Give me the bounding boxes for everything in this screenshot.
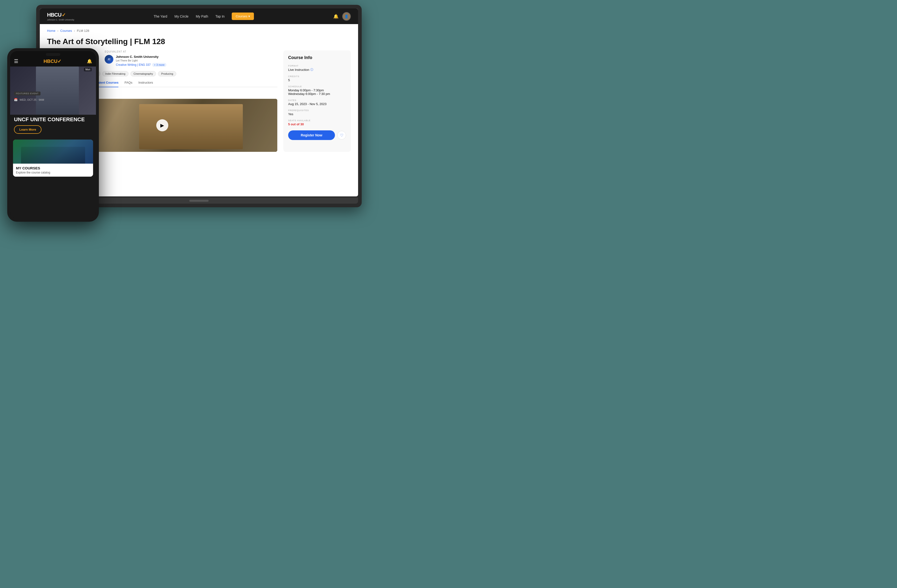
nav-my-path[interactable]: My Path: [196, 14, 208, 18]
breadcrumb-courses[interactable]: Courses: [60, 29, 72, 32]
equiv-university-info: Johnson C. Smith University Let There Be…: [116, 55, 166, 67]
learn-more-button[interactable]: Learn More: [14, 125, 41, 134]
format-row: FORMAT Live Instruction ⓘ: [288, 64, 346, 72]
my-courses-card[interactable]: MY COURSES Explore the course catalog: [13, 139, 93, 177]
phone-logo-check: ✓: [57, 58, 61, 64]
bell-icon[interactable]: 🔔: [333, 14, 338, 19]
my-courses-subtitle: Explore the course catalog: [16, 171, 90, 174]
hero-date: 📅 WED, OCT 25 · 9AM: [14, 98, 44, 101]
phone-notch-area: [10, 51, 96, 58]
equiv-course-link[interactable]: Creative Writing | ENG 337: [116, 63, 150, 67]
phone-frame: ☰ HBCU✓ 🔔 Mort FEATURED EVENT 📅 WED, OCT…: [7, 48, 99, 222]
dates-label: DATES: [288, 99, 346, 101]
nav-right: 🔔 👤: [333, 12, 351, 21]
tag-producing[interactable]: Producing: [158, 71, 176, 76]
phone-content: UNCF UNITE CONFERENCE Learn More MY COUR…: [10, 115, 96, 219]
seats-row: SEATS AVAILABLE 5 out of 30: [288, 119, 346, 126]
hero-image: Mort: [10, 67, 96, 115]
seats-label: SEATS AVAILABLE: [288, 119, 346, 122]
my-courses-title: MY COURSES: [16, 166, 90, 170]
credits-row: CREDITS 5: [288, 75, 346, 82]
user-avatar[interactable]: 👤: [342, 12, 351, 21]
laptop-navbar: HBCU✓ Johnson C. Smith University The Ya…: [40, 8, 358, 24]
breadcrumb-home[interactable]: Home: [47, 29, 55, 32]
featured-badge: FEATURED EVENT: [14, 92, 40, 95]
logo-checkmark: ✓: [62, 12, 66, 18]
nav-links: The Yard My Circle My Path Tap In Course…: [154, 12, 254, 20]
courses-card-image: [13, 139, 93, 163]
equivalent-at-block: EQUIVALENT AT JC Johnson C. Smith Univer…: [105, 50, 166, 67]
schedule-value: Monday 6:00pm - 7:30pm Wednesday 6:00pm …: [288, 89, 346, 96]
format-value: Live Instruction ⓘ: [288, 68, 346, 72]
play-button[interactable]: ▶: [156, 119, 168, 131]
courses-card-body: MY COURSES Explore the course catalog: [13, 163, 93, 177]
breadcrumb-sep-2: ›: [74, 29, 75, 32]
phone-device: ☰ HBCU✓ 🔔 Mort FEATURED EVENT 📅 WED, OCT…: [7, 48, 99, 222]
logo-text: HBCU✓: [47, 12, 66, 18]
credits-label: CREDITS: [288, 75, 346, 78]
nav-the-yard[interactable]: The Yard: [154, 14, 167, 18]
equiv-more-tag[interactable]: + 3 more: [152, 63, 167, 67]
event-title: UNCF UNITE CONFERENCE: [10, 115, 96, 122]
phone-hero: Mort FEATURED EVENT 📅 WED, OCT 25 · 9AM: [10, 67, 96, 115]
seats-value: 5 out of 30: [288, 122, 346, 126]
nav-my-circle[interactable]: My Circle: [175, 14, 188, 18]
course-info-panel: Course Info FORMAT Live Instruction ⓘ CR…: [283, 50, 351, 152]
schedule-row: SCHEDULE Monday 6:00pm - 7:30pm Wednesda…: [288, 85, 346, 96]
logo-subtitle: Johnson C. Smith University: [47, 18, 74, 21]
format-label: FORMAT: [288, 64, 346, 67]
dates-value: Aug 15, 2023 - Nov 5, 2023: [288, 102, 346, 106]
phone-navbar: ☰ HBCU✓ 🔔: [10, 58, 96, 67]
equivalent-at-label: EQUIVALENT AT: [105, 50, 166, 53]
phone-logo: HBCU✓: [44, 58, 62, 64]
laptop-hinge: [189, 200, 208, 202]
breadcrumb-sep-1: ›: [57, 29, 58, 32]
prereq-value: Yes: [288, 112, 346, 116]
tag-cinematography[interactable]: Cinematography: [130, 71, 156, 76]
mort-label: Mort: [84, 68, 92, 71]
register-button[interactable]: Register Now: [288, 130, 335, 140]
course-info-title: Course Info: [288, 55, 346, 60]
equiv-university-desc: Let There Be Light: [116, 59, 166, 62]
chevron-down-icon: ▾: [248, 14, 250, 18]
laptop-logo: HBCU✓ Johnson C. Smith University: [47, 12, 74, 21]
dates-row: DATES Aug 15, 2023 - Nov 5, 2023: [288, 99, 346, 106]
phone-screen: ☰ HBCU✓ 🔔 Mort FEATURED EVENT 📅 WED, OCT…: [10, 51, 96, 219]
register-row: Register Now ♡: [288, 130, 346, 140]
breadcrumb-current: FLM 128: [77, 29, 89, 32]
credits-value: 5: [288, 78, 346, 82]
nav-tap-in[interactable]: Tap In: [215, 14, 225, 18]
tag-indie-filmmaking[interactable]: Indie Filmmaking: [102, 71, 129, 76]
breadcrumb: Home › Courses › FLM 128: [47, 29, 351, 32]
tab-faqs[interactable]: FAQs: [124, 81, 132, 87]
course-title: The Art of Storytelling | FLM 128: [47, 37, 351, 46]
jcsu-logo: JC: [105, 55, 113, 64]
schedule-label: SCHEDULE: [288, 85, 346, 88]
phone-bell-icon[interactable]: 🔔: [87, 58, 92, 64]
favorite-button[interactable]: ♡: [337, 131, 346, 139]
info-icon[interactable]: ⓘ: [310, 68, 313, 72]
prereq-label: PREREQUISITES: [288, 109, 346, 111]
hamburger-icon[interactable]: ☰: [14, 58, 18, 64]
tab-instructors[interactable]: Instructors: [138, 81, 153, 87]
courses-dropdown-button[interactable]: Courses ▾: [232, 12, 254, 20]
equiv-university-name: Johnson C. Smith University: [116, 55, 166, 58]
prereq-row: PREREQUISITES Yes: [288, 109, 346, 116]
calendar-icon: 📅: [14, 98, 18, 101]
phone-notch: [46, 53, 60, 56]
equiv-university-row: JC Johnson C. Smith University Let There…: [105, 55, 166, 67]
